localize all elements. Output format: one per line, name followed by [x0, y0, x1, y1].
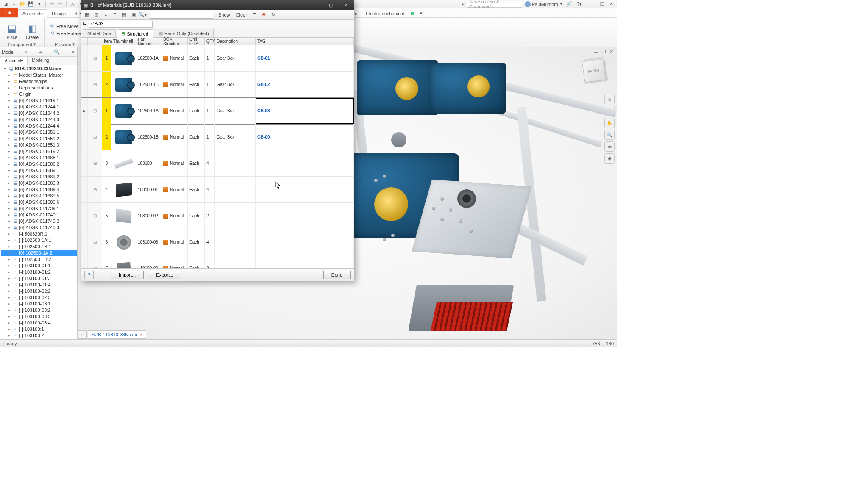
tool-find-icon[interactable]: 🔍▾: [139, 11, 147, 19]
bom-tab-modeldata[interactable]: Model Data: [83, 29, 116, 37]
tree-node[interactable]: ▸⬓[0]:ADSK-011689:1: [1, 167, 77, 173]
browser-tab-modeling[interactable]: Modeling: [28, 57, 53, 65]
dialog-help-button[interactable]: ?: [84, 271, 94, 279]
tool-combo[interactable]: [150, 11, 213, 19]
bom-row[interactable]: ⊞5103100-02NormalEach2: [81, 203, 354, 229]
help-search-input[interactable]: Search Help & Commands...: [467, 1, 522, 8]
tool-sort-desc-icon[interactable]: ↥: [111, 11, 119, 19]
tree-node[interactable]: ▸▫[-]:103100-01:2: [1, 269, 77, 275]
tree-node[interactable]: ▸▫[-]:103100-03:3: [1, 313, 77, 319]
tree-node[interactable]: ▸🗀Representations: [1, 84, 77, 91]
bom-row[interactable]: ▶⊞1102500-1ANormalEach1Gear BoxGB-03: [81, 98, 354, 124]
tree-node[interactable]: ▸▫[-]:500620R:1: [1, 230, 77, 237]
free-move-button[interactable]: ✥Free Move: [47, 23, 83, 30]
free-rotate-button[interactable]: ⟲Free Rotate: [47, 30, 83, 37]
tree-node[interactable]: ▸⬓[0]:ADSK-011551:2: [1, 135, 77, 141]
tree-node[interactable]: ▸▫[-]:103100:2: [1, 332, 77, 338]
bom-row[interactable]: ⊞6103100-03NormalEach4: [81, 229, 354, 255]
app-icon[interactable]: ◪: [2, 1, 9, 8]
tree-node[interactable]: ▸⬓[0]:ADSK-011740:1: [1, 211, 77, 218]
dialog-title-bar[interactable]: ▤ Bill of Materials [SUB-119310-33N.iam]…: [81, 0, 354, 10]
clear-button[interactable]: Clear: [234, 11, 250, 18]
tree-node[interactable]: ▸⬓[0]:ADSK-011740:2: [1, 218, 77, 224]
tree-node[interactable]: ▸▫[-]:103100-03:4: [1, 319, 77, 326]
redo-icon[interactable]: ↷: [56, 1, 64, 8]
tree-node[interactable]: ▸⬓[0]:ADSK-011689:3: [1, 180, 77, 186]
col-qty[interactable]: QTY: [205, 38, 215, 45]
tree-node[interactable]: ▸▫[-]:103100-01:3: [1, 275, 77, 281]
tree-node[interactable]: ▸⬓[0]:ADSK-011689:4: [1, 186, 77, 192]
tree-node[interactable]: ▸▫[-]:102500-1A:1: [1, 237, 77, 243]
tree-node[interactable]: ▸▫[-]:103100-01:4: [1, 281, 77, 288]
doctab-home-icon[interactable]: ⌂: [78, 330, 87, 339]
bom-row[interactable]: ⊞1102500-1ANormalEach1Gear BoxGB-01: [81, 45, 354, 72]
tree-node[interactable]: ▸▫[-]:103100-03:1: [1, 300, 77, 307]
show-button[interactable]: Show: [216, 11, 233, 18]
tree-node[interactable]: ▸▫[-]:103100:1: [1, 326, 77, 332]
tree-node[interactable]: ▸▫[-]:103100-02:3: [1, 294, 77, 300]
col-item[interactable]: Item: [102, 38, 111, 45]
browser-menu-icon[interactable]: ≡: [70, 50, 75, 55]
tool-filter-icon[interactable]: ▤: [120, 11, 128, 19]
tool-props-icon[interactable]: ≣: [250, 11, 259, 19]
tool-columns-icon[interactable]: ▣: [129, 11, 138, 19]
tree-node[interactable]: ▸⬓[0]:ADSK-011689:2: [1, 173, 77, 180]
tree-node[interactable]: ▸▫[-]:103100-01:1: [1, 262, 77, 269]
qat-arrow-icon[interactable]: ▾: [36, 1, 43, 8]
tree-node[interactable]: ▸⬓[0]:ADSK-011244:3: [1, 116, 77, 122]
bom-row[interactable]: ⊞4103100-01NormalEach4: [81, 177, 354, 203]
dialog-close-button[interactable]: ✕: [339, 3, 351, 8]
tree-node[interactable]: ▸🗀Origin: [1, 91, 77, 97]
doctab-close-icon[interactable]: ×: [140, 332, 142, 337]
col-unitqty[interactable]: Unit QTY: [188, 38, 205, 45]
tree-node[interactable]: ▸⬓[0]:ADSK-011739:1: [1, 205, 77, 211]
undo-icon[interactable]: ↶: [48, 1, 56, 8]
tree-node[interactable]: ▸⬓[0]:ADSK-011244:2: [1, 110, 77, 116]
import-button[interactable]: Import...: [111, 271, 144, 279]
dialog-maximize-button[interactable]: ▢: [325, 3, 337, 8]
col-partnumber[interactable]: Part Number: [136, 38, 161, 45]
bom-tab-structured[interactable]: ⊞Structured: [117, 29, 153, 38]
done-button[interactable]: Done: [323, 271, 351, 279]
tree-node[interactable]: ▸🗀Model States: Master: [1, 72, 77, 78]
bom-row[interactable]: ⊞3103100NormalEach4: [81, 150, 354, 177]
bom-tab-partsonly[interactable]: ▤Parts Only (Disabled): [154, 29, 214, 37]
cart-icon[interactable]: 🛒: [565, 1, 573, 8]
bom-row[interactable]: ⊞7110100-00NormalEach2: [81, 255, 354, 268]
tool-refresh-icon[interactable]: ↻: [269, 11, 278, 19]
home-icon[interactable]: ⌂: [69, 1, 76, 8]
col-thumb[interactable]: Thumbnail: [111, 38, 136, 45]
file-tab[interactable]: File: [0, 8, 18, 17]
tree-node[interactable]: ▸🗀Relationships: [1, 78, 77, 84]
bom-row[interactable]: ⊞2102500-1BNormalEach1Gear BoxGB-00: [81, 124, 354, 150]
tree-node[interactable]: ▸⬓[0]:ADSK-011689:5: [1, 192, 77, 199]
restore-button[interactable]: ❐: [598, 1, 606, 8]
help-icon[interactable]: ?▾: [576, 1, 583, 8]
user-account[interactable]: PaulMunford▼: [525, 1, 563, 7]
browser-search-icon[interactable]: 🔍: [53, 49, 61, 55]
open-icon[interactable]: 📂: [19, 1, 26, 8]
tree-node[interactable]: ▸▫[-]:103100-02:2: [1, 288, 77, 294]
dialog-minimize-button[interactable]: —: [311, 3, 323, 8]
tool-expand-icon[interactable]: ⊕: [260, 11, 268, 19]
tree-node[interactable]: ▸▫[-]:103100-03:2: [1, 307, 77, 313]
tree-node[interactable]: ▸⬓[0]:ADSK-011688:1: [1, 154, 77, 161]
bom-search-input[interactable]: [89, 21, 153, 28]
tree-node[interactable]: ▸⬓[0]:ADSK-011619:1: [1, 97, 77, 103]
tool-view-icon[interactable]: ▦: [83, 11, 91, 19]
col-tag[interactable]: TAG: [256, 38, 354, 45]
tree-node[interactable]: ▸⬓[0]:ADSK-011688:2: [1, 161, 77, 167]
browser-tab-assembly[interactable]: Assembly: [0, 57, 28, 65]
export-button[interactable]: Export...: [148, 271, 181, 279]
tree-node[interactable]: ▸⬓[0]:ADSK-011551:1: [1, 129, 77, 135]
doctab-active[interactable]: SUB-119310-33N.iam×: [88, 330, 146, 339]
create-button[interactable]: ◧Create: [23, 19, 42, 41]
tree-node[interactable]: ▸▫[-]:102500-1B:1: [1, 243, 77, 250]
browser-close-icon[interactable]: ×: [24, 50, 29, 55]
model-tree[interactable]: ▾⬓SUB-119310-33N.iam▸🗀Model States: Mast…: [0, 65, 77, 339]
tree-node[interactable]: ▾⬓SUB-119310-33N.iam: [1, 65, 77, 72]
tree-node[interactable]: ▸▫[0]:102500-1A:2: [1, 250, 77, 256]
browser-add-icon[interactable]: +: [38, 50, 43, 55]
minimize-button[interactable]: —: [589, 1, 598, 8]
tree-node[interactable]: ▸⬓[0]:ADSK-011740:3: [1, 224, 77, 230]
